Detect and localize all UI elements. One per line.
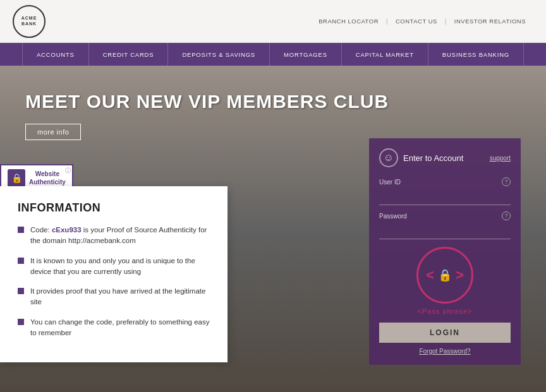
nav-capital-market[interactable]: CAPITAL MARKET <box>342 43 428 66</box>
info-text-3: It provides proof that you have arrived … <box>30 286 210 308</box>
info-list-item-4: You can change the code, preferably to s… <box>18 317 210 339</box>
badge-info-icon[interactable]: ⓘ <box>65 167 71 175</box>
info-text-1: Code: cExu933 is your Proof of Source Au… <box>30 225 210 247</box>
nav-deposits-savings[interactable]: DEPOSITS & SAVINGS <box>168 43 270 66</box>
info-list-item-1: Code: cExu933 is your Proof of Source Au… <box>18 225 210 247</box>
password-field: Password ? <box>379 211 511 239</box>
top-nav: BRANCH LOCATOR | CONTACT US | INVESTOR R… <box>311 18 533 25</box>
top-bar: ACME BANK BRANCH LOCATOR | CONTACT US | … <box>0 0 546 43</box>
info-text-2: It is known to you and only you and is u… <box>30 256 210 278</box>
top-nav-investor-relations[interactable]: INVESTOR RELATIONS <box>447 18 533 25</box>
nav-business-banking[interactable]: BUSINESS BANKING <box>428 43 524 66</box>
badge-label: Website Authenticity <box>29 170 66 186</box>
more-info-button[interactable]: more info <box>25 124 81 140</box>
info-bullet-3 <box>18 288 24 294</box>
login-title: Enter to Account <box>403 153 463 163</box>
info-list-item-2: It is known to you and only you and is u… <box>18 256 210 278</box>
login-panel: ☺ Enter to Account support User ID ? Pas… <box>369 138 521 365</box>
login-header-left: ☺ Enter to Account <box>379 148 463 167</box>
passphrase-label: <Pass phrase> <box>418 307 473 315</box>
info-text-4: You can change the code, preferably to s… <box>30 317 210 339</box>
login-button[interactable]: LOGIN <box>379 323 511 343</box>
user-icon: ☺ <box>379 148 398 167</box>
info-list-item-3: It provides proof that you have arrived … <box>18 286 210 308</box>
info-bullet-2 <box>18 258 24 264</box>
hero-title: MEET OUR NEW VIP MEMBERS CLUB <box>25 91 521 112</box>
hero-content: MEET OUR NEW VIP MEMBERS CLUB more info … <box>25 91 521 140</box>
logo-text-line2: BANK <box>21 21 37 27</box>
password-help-icon[interactable]: ? <box>502 211 511 220</box>
nav-mortgages[interactable]: MORTGAGES <box>270 43 342 66</box>
main-nav: ACCOUNTS CREDIT CARDS DEPOSITS & SAVINGS… <box>0 43 546 66</box>
lock-icon: 🔒 <box>438 268 452 282</box>
userid-help-icon[interactable]: ? <box>502 177 511 186</box>
nav-accounts[interactable]: ACCOUNTS <box>22 43 89 66</box>
chevron-left-icon: < <box>426 267 434 283</box>
top-nav-contact-us[interactable]: CONTACT US <box>388 18 445 25</box>
info-bullet-1 <box>18 227 24 233</box>
nav-credit-cards[interactable]: CREDIT CARDS <box>89 43 169 66</box>
support-link[interactable]: support <box>490 155 511 162</box>
password-input[interactable] <box>379 223 511 239</box>
info-popup: INFORMATION Code: cExu933 is your Proof … <box>0 186 228 362</box>
forgot-password-link[interactable]: Forgot Password? <box>379 348 511 355</box>
userid-field: User ID ? <box>379 177 511 205</box>
top-nav-branch-locator[interactable]: BRANCH LOCATOR <box>311 18 386 25</box>
info-popup-title: INFORMATION <box>18 201 210 215</box>
logo[interactable]: ACME BANK <box>13 5 46 38</box>
passphrase-circle: < 🔒 > <box>416 247 473 304</box>
logo-text-line1: ACME <box>21 16 37 21</box>
auth-code: cExu933 <box>52 226 82 234</box>
shield-icon: 🔒 <box>8 169 25 187</box>
userid-input[interactable] <box>379 189 511 205</box>
passphrase-inner: < 🔒 > <box>426 267 464 283</box>
passphrase-area: < 🔒 > <Pass phrase> <box>379 247 511 315</box>
info-bullet-4 <box>18 319 24 325</box>
password-label: Password ? <box>379 211 511 220</box>
login-header: ☺ Enter to Account support <box>379 148 511 167</box>
chevron-right-icon: > <box>456 267 464 283</box>
info-list: Code: cExu933 is your Proof of Source Au… <box>18 225 210 338</box>
userid-label: User ID ? <box>379 177 511 186</box>
